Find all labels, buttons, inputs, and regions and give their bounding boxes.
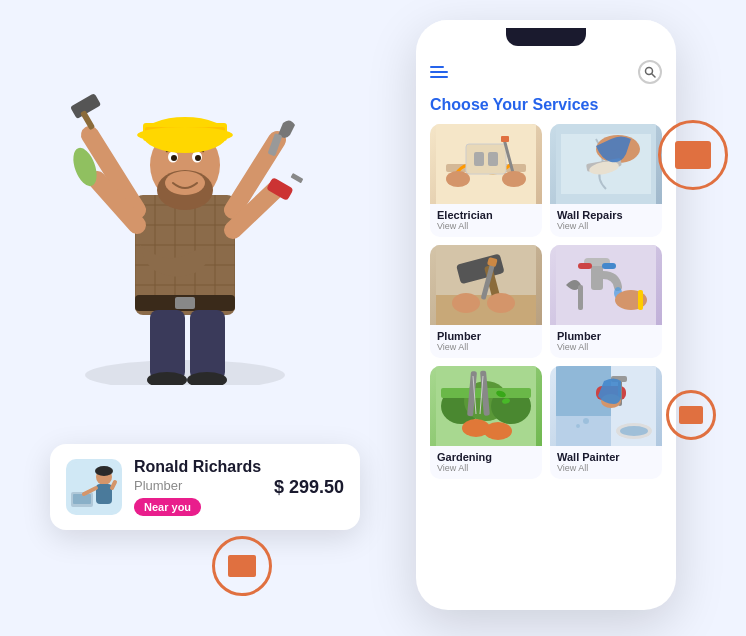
wall-repairs-image [550,124,662,204]
decorative-circle-mid-right [666,390,716,440]
electrician-name: Electrician [437,209,535,221]
svg-point-50 [446,171,470,187]
menu-line-1 [430,66,444,68]
search-svg [644,66,656,78]
phone-notch [506,28,586,46]
svg-rect-73 [602,263,616,269]
decorative-rect-3 [228,555,256,577]
services-grid: Electrician View All [430,124,662,479]
svg-rect-76 [578,285,583,310]
wall-repairs-svg [556,124,656,204]
svg-point-99 [583,418,589,424]
status-bar [416,20,676,28]
wall-painter-svg [556,366,656,446]
search-icon[interactable] [638,60,662,84]
svg-rect-26 [175,297,195,309]
gardening-svg [436,366,536,446]
svg-rect-27 [150,310,185,380]
faucet-name: Plumber [557,330,655,342]
faucet-info: Plumber View All [550,325,662,358]
svg-line-42 [652,74,656,78]
svg-rect-49 [501,136,509,142]
left-area: Ronald Richards Plumber Near you $ 299.5… [30,30,350,610]
gardening-image [430,366,542,446]
menu-icon[interactable] [430,66,448,78]
menu-line-3 [430,76,448,78]
svg-point-6 [165,171,205,195]
gardening-name: Gardening [437,451,535,463]
svg-rect-37 [96,484,112,504]
profile-info: Ronald Richards Plumber Near you [134,458,262,516]
decorative-rect-2 [679,406,703,424]
svg-point-10 [195,155,201,161]
profile-role: Plumber [134,478,262,493]
svg-point-9 [171,155,177,161]
service-card-faucet[interactable]: Plumber View All [550,245,662,358]
menu-line-2 [430,71,448,73]
electrician-svg [436,124,536,204]
svg-rect-46 [474,152,484,166]
near-you-badge: Near you [134,498,201,516]
phone-header [430,56,662,88]
profile-price: $ 299.50 [274,477,344,498]
phone-mockup: Choose Your Services [416,20,676,610]
phone-content: Choose Your Services [416,46,676,610]
decorative-circle-bottom-left [212,536,272,596]
plumber-thumbnail-svg [69,462,119,512]
worker-image [40,30,330,390]
svg-point-67 [487,293,515,313]
choose-services-title: Choose Your Services [430,96,662,114]
decorative-circle-top-right [658,120,728,190]
gardening-link[interactable]: View All [437,463,535,473]
svg-line-39 [112,482,115,488]
svg-point-97 [620,426,648,436]
svg-rect-61 [436,295,536,325]
wall-painter-name: Wall Painter [557,451,655,463]
plumber-tools-svg [436,245,536,325]
svg-rect-24 [291,173,304,183]
plumber-tools-link[interactable]: View All [437,342,535,352]
svg-rect-35 [73,494,91,504]
electrician-info: Electrician View All [430,204,542,237]
service-card-gardening[interactable]: Gardening View All [430,366,542,479]
wall-repairs-link[interactable]: View All [557,221,655,231]
svg-point-40 [95,466,113,476]
svg-rect-75 [638,290,643,310]
service-card-wall-repairs[interactable]: Wall Repairs View All [550,124,662,237]
electrician-image [430,124,542,204]
svg-point-87 [484,422,512,440]
electrician-link[interactable]: View All [437,221,535,231]
profile-name: Ronald Richards [134,458,262,476]
profile-thumbnail [66,459,122,515]
wall-painter-link[interactable]: View All [557,463,655,473]
service-card-wall-painter[interactable]: Wall Painter View All [550,366,662,479]
plumber-tools-image [430,245,542,325]
worker-svg [45,35,325,385]
svg-point-14 [137,127,233,143]
service-card-plumber-tools[interactable]: Plumber View All [430,245,542,358]
svg-rect-72 [578,263,592,269]
gardening-info: Gardening View All [430,446,542,479]
plumber-tools-name: Plumber [437,330,535,342]
svg-point-51 [502,171,526,187]
faucet-link[interactable]: View All [557,342,655,352]
plumber-tools-info: Plumber View All [430,325,542,358]
wall-repairs-info: Wall Repairs View All [550,204,662,237]
svg-rect-45 [466,144,506,174]
faucet-svg [556,245,656,325]
decorative-rect [675,141,711,169]
svg-point-100 [576,424,580,428]
wall-repairs-name: Wall Repairs [557,209,655,221]
wall-painter-image [550,366,662,446]
svg-rect-47 [488,152,498,166]
faucet-image [550,245,662,325]
service-card-electrician[interactable]: Electrician View All [430,124,542,237]
wall-painter-info: Wall Painter View All [550,446,662,479]
profile-card: Ronald Richards Plumber Near you $ 299.5… [50,444,360,530]
svg-point-66 [452,293,480,313]
svg-rect-28 [190,310,225,380]
